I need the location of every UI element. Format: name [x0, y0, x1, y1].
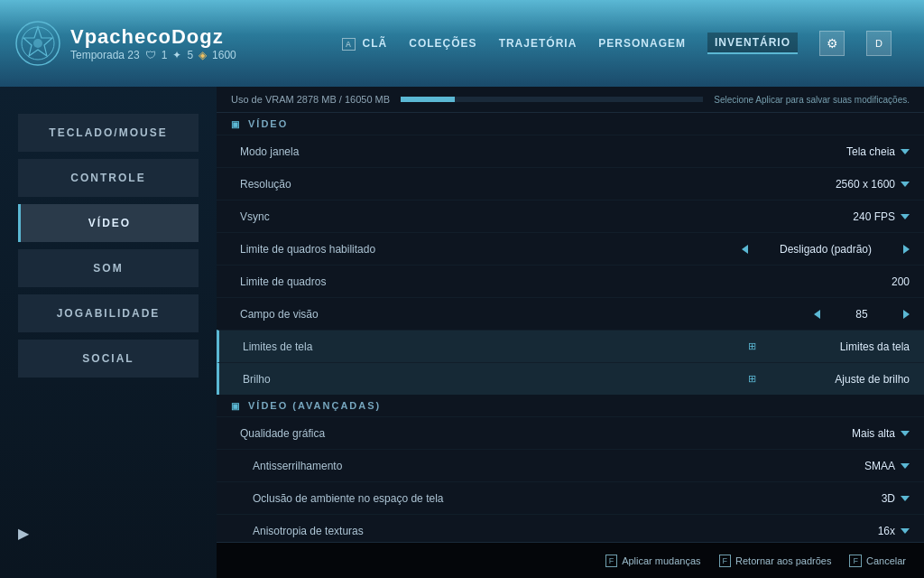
- section-header-video: ▣ VÍDEO: [217, 113, 924, 135]
- extra-icon-button[interactable]: D: [866, 31, 892, 56]
- star-icon: ✦: [172, 49, 181, 61]
- reset-key: F: [719, 555, 732, 567]
- settings-icon-button[interactable]: ⚙: [819, 31, 845, 56]
- arrow-right-campo-visao[interactable]: [903, 310, 910, 319]
- bottom-bar: F Aplicar mudanças F Retornar aos padrõe…: [217, 542, 924, 578]
- label-limite-habilitado: Limite de quadros habilitado: [240, 243, 742, 256]
- value-area-qualidade: Mais alta: [751, 427, 910, 440]
- setting-row-campo-visao: Campo de visão 85: [217, 297, 924, 330]
- sidebar-btn-som[interactable]: SOM: [18, 249, 199, 287]
- settings-panel: Uso de VRAM 2878 MB / 16050 MB Selecione…: [217, 87, 924, 578]
- value-area-resolucao: 2560 x 1600: [751, 178, 910, 191]
- label-vsync: Vsync: [240, 210, 751, 223]
- setting-row-oclusao: Oclusão de ambiente no espaço de tela 3D: [217, 481, 924, 514]
- dropdown-qualidade[interactable]: [901, 431, 910, 436]
- sidebar-btn-jogabilidade[interactable]: JOGABILIDADE: [18, 294, 199, 332]
- setting-row-limites-tela[interactable]: Limites de tela ⊞ Limites da tela: [217, 330, 924, 362]
- rank1: 1: [162, 49, 168, 61]
- label-resolucao: Resolução: [240, 178, 751, 191]
- nav-cla[interactable]: A CLÃ: [342, 37, 388, 51]
- cancel-label: Cancelar: [866, 555, 906, 566]
- nav-personagem[interactable]: PERSONAGEM: [598, 37, 686, 50]
- value-area-oclusao: 3D: [751, 492, 910, 505]
- label-campo-visao: Campo de visão: [240, 308, 814, 321]
- value-area-vsync: 240 FPS: [751, 210, 910, 223]
- nav-trajetoria[interactable]: TRAJETÓRIA: [499, 37, 578, 50]
- arrow-left-limite-habilitado[interactable]: [742, 245, 748, 254]
- video-section-icon: ▣: [231, 119, 241, 129]
- label-limites-tela: Limites de tela: [243, 340, 748, 353]
- label-modo-janela: Modo janela: [240, 145, 751, 158]
- label-antisseri: Antisserrilhamento: [253, 460, 751, 472]
- svg-point-3: [33, 39, 42, 48]
- settings-scroll[interactable]: ▣ VÍDEO Modo janela Tela cheia Resolução…: [217, 113, 924, 568]
- dropdown-antisseri[interactable]: [901, 463, 910, 469]
- arrow-right-limite-habilitado[interactable]: [903, 245, 910, 254]
- reset-label: Retornar aos padrões: [735, 555, 831, 566]
- season-label: Temporada 23: [70, 49, 140, 61]
- vram-text: Uso de VRAM 2878 MB / 16050 MB: [231, 94, 390, 105]
- dropdown-anisotropia[interactable]: [901, 528, 910, 534]
- top-bar: VpachecoDogz Temporada 23 🛡 1 ✦ 5 ◈ 1600…: [0, 0, 924, 87]
- value-area-modo-janela: Tela cheia: [751, 145, 910, 158]
- label-limite-quadros: Limite de quadros: [240, 275, 765, 288]
- logo-icon: [14, 20, 61, 67]
- value-brilho: Ajuste de brilho: [765, 373, 910, 386]
- value-area-anisotropia: 16x: [751, 525, 910, 537]
- value-limite-habilitado: Desligado (padrão): [753, 243, 898, 256]
- sidebar: TECLADO/MOUSE CONTROLE VÍDEO SOM JOGABIL…: [0, 87, 217, 578]
- apply-action[interactable]: F Aplicar mudanças: [605, 555, 701, 567]
- save-hint: Selecione Aplicar para salvar suas modif…: [714, 95, 910, 105]
- arrow-left-campo-visao[interactable]: [814, 310, 820, 319]
- label-brilho: Brilho: [243, 373, 748, 386]
- nav-colecoes[interactable]: COLEÇÕES: [409, 37, 476, 50]
- value-vsync: 240 FPS: [751, 210, 895, 223]
- cursor-indicator: ▶: [18, 516, 199, 551]
- setting-row-limite-quadros: Limite de quadros 200: [217, 265, 924, 297]
- value-area-limite-quadros: 200: [765, 275, 910, 288]
- nav-cla-key: A: [342, 38, 356, 51]
- nav-area: A CLÃ COLEÇÕES TRAJETÓRIA PERSONAGEM INV…: [342, 31, 892, 56]
- user-info: VpachecoDogz Temporada 23 🛡 1 ✦ 5 ◈ 1600: [70, 25, 236, 61]
- apply-key: F: [605, 555, 618, 567]
- sidebar-btn-video[interactable]: VÍDEO: [18, 204, 199, 242]
- setting-row-antisseri: Antisserrilhamento SMAA: [217, 449, 924, 481]
- apply-label: Aplicar mudanças: [622, 555, 700, 566]
- rank-icon: 🛡: [145, 49, 156, 61]
- nav-inventario[interactable]: INVENTÁRIO: [707, 33, 798, 54]
- label-anisotropia: Anisotropia de texturas: [253, 525, 751, 537]
- value-limite-quadros: 200: [765, 275, 910, 288]
- value-qualidade: Mais alta: [751, 427, 895, 440]
- section-video-label: VÍDEO: [248, 118, 288, 129]
- value-campo-visao: 85: [826, 308, 898, 321]
- section-video-avancadas-label: VÍDEO (AVANÇADAS): [248, 400, 381, 411]
- cancel-key: F: [849, 555, 862, 567]
- label-qualidade: Qualidade gráfica: [240, 427, 751, 440]
- value-area-brilho: ⊞ Ajuste de brilho: [748, 373, 910, 386]
- dropdown-resolucao[interactable]: [901, 182, 910, 187]
- reset-action[interactable]: F Retornar aos padrões: [719, 555, 832, 567]
- dropdown-oclusao[interactable]: [901, 496, 910, 501]
- setting-row-brilho[interactable]: Brilho ⊞ Ajuste de brilho: [217, 362, 924, 395]
- value-area-limite-habilitado: Desligado (padrão): [742, 243, 910, 256]
- section-header-video-avancadas: ▣ VÍDEO (AVANÇADAS): [217, 395, 924, 416]
- value-resolucao: 2560 x 1600: [751, 178, 895, 191]
- season-info: Temporada 23 🛡 1 ✦ 5 ◈ 1600: [70, 49, 236, 61]
- currency-icon: ◈: [199, 49, 207, 61]
- value-limites-tela: Limites da tela: [765, 340, 910, 353]
- sidebar-btn-teclado[interactable]: TECLADO/MOUSE: [18, 114, 199, 152]
- copy-icon-limites-tela: ⊞: [748, 340, 756, 352]
- vram-bar-fill: [401, 97, 455, 102]
- dropdown-vsync[interactable]: [901, 214, 910, 219]
- sidebar-btn-social[interactable]: SOCIAL: [18, 340, 199, 378]
- value-modo-janela: Tela cheia: [751, 145, 895, 158]
- setting-row-limite-habilitado: Limite de quadros habilitado Desligado (…: [217, 232, 924, 265]
- sidebar-btn-controle[interactable]: CONTROLE: [18, 159, 199, 197]
- value-area-campo-visao: 85: [814, 308, 910, 321]
- currency: 1600: [212, 49, 236, 61]
- main-content: TECLADO/MOUSE CONTROLE VÍDEO SOM JOGABIL…: [0, 87, 924, 578]
- dropdown-modo-janela[interactable]: [901, 149, 910, 154]
- setting-row-modo-janela: Modo janela Tela cheia: [217, 135, 924, 167]
- cancel-action[interactable]: F Cancelar: [849, 555, 906, 567]
- value-area-limites-tela: ⊞ Limites da tela: [748, 340, 910, 353]
